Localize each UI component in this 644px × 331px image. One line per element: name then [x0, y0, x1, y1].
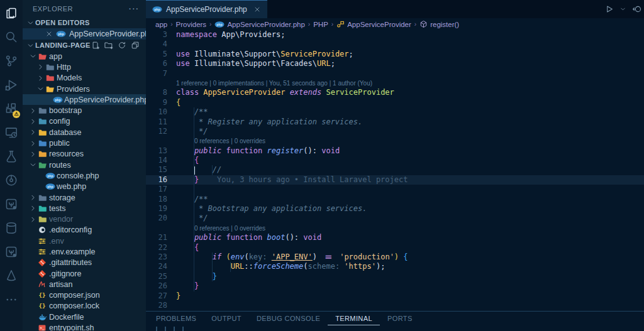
codelens-text[interactable]: 1 reference | 0 implementations | You, 5… — [176, 79, 372, 88]
breadcrumb-item-appserviceprovider[interactable]: AppServiceProvider — [336, 20, 411, 28]
tree-item-appserviceprovider-php[interactable]: phpAppServiceProvider.php — [23, 94, 146, 105]
tree-item--gitignore[interactable]: .gitignore — [23, 268, 146, 279]
line-number: 22 — [146, 243, 167, 252]
codelens-row[interactable]: 0 references | 0 overrides — [146, 224, 644, 233]
activitybar-item-source-control[interactable] — [0, 49, 23, 73]
tree-item-providers[interactable]: Providers — [23, 84, 146, 94]
activitybar-item-testing[interactable] — [0, 144, 23, 168]
tree-item--env-example[interactable]: .env.example — [23, 246, 146, 257]
panel-tab-problems[interactable]: PROBLEMS — [148, 312, 204, 325]
collapse-folders-icon[interactable] — [131, 41, 140, 50]
panel-tab-terminal[interactable]: TERMINAL — [328, 312, 380, 325]
activitybar-item-prisma[interactable] — [0, 264, 23, 288]
indent-guide — [176, 281, 194, 291]
indent-guide — [176, 117, 194, 127]
tree-item--env[interactable]: .env — [23, 236, 146, 246]
tree-item-public[interactable]: public — [23, 138, 146, 148]
breadcrumb-item-php[interactable]: PHP — [313, 21, 328, 28]
activitybar-item-database-explorer[interactable] — [0, 216, 23, 240]
tree-item-database[interactable]: database — [23, 127, 146, 138]
open-changes-icon[interactable] — [632, 4, 641, 14]
workspace-section-header[interactable]: LANDING-PAGE — [23, 40, 146, 51]
breadcrumb-label: AppServiceProvider — [347, 21, 411, 28]
line-number: 9 — [146, 98, 167, 107]
line-number: 15 — [146, 165, 167, 175]
editor-tab-appserviceprovider[interactable]: php AppServiceProvider.php — [146, 0, 267, 18]
tree-item--gitattributes[interactable]: .gitattributes — [23, 258, 146, 268]
activitybar-item-search[interactable] — [0, 25, 23, 49]
tree-item-resources[interactable]: resources — [23, 149, 146, 160]
tree-item-http[interactable]: Http — [23, 62, 146, 72]
indent-guide — [176, 195, 194, 204]
tree-item-config[interactable]: config — [23, 116, 146, 127]
breadcrumb-item-register-[interactable]: register() — [419, 20, 459, 28]
indent-guide — [176, 156, 194, 165]
activitybar-item-remote-explorer[interactable] — [0, 121, 23, 144]
codelens-text[interactable]: 0 references | 0 overrides — [194, 224, 265, 233]
code-token: /** — [194, 107, 208, 117]
tree-item-console-php[interactable]: phpconsole.php — [23, 170, 146, 181]
tree-item-composer-json[interactable]: {}composer.json — [23, 290, 146, 301]
breadcrumb-item-providers[interactable]: Providers — [176, 21, 207, 28]
run-dropdown-icon[interactable] — [619, 6, 626, 13]
new-folder-icon[interactable] — [104, 41, 113, 50]
tree-item-vendor[interactable]: vendor — [23, 214, 146, 224]
line-number: 16 — [146, 175, 167, 185]
open-editor-entry[interactable]: php AppServiceProvider.php app... — [23, 28, 146, 40]
open-editors-label: OPEN EDITORS — [35, 19, 90, 26]
close-icon[interactable] — [253, 6, 261, 13]
tree-item-app[interactable]: app — [23, 51, 146, 62]
tree-item-label: Http — [57, 63, 71, 72]
activitybar-item-extensions[interactable]: ⚠ — [0, 97, 23, 121]
editorconfig-icon — [38, 225, 49, 234]
activitybar-item-gitlens[interactable] — [0, 168, 23, 192]
sidebar-title-label: EXPLORER — [33, 5, 73, 13]
code-editor[interactable]: 3namespace App\Providers;45use Illuminat… — [146, 30, 644, 311]
code-token: namespace — [176, 30, 217, 40]
code-token: ServiceProvider — [326, 88, 394, 97]
code-line-19: 19 * Bootstrap any application services. — [146, 204, 644, 214]
close-icon[interactable] — [45, 30, 53, 38]
tree-item-tests[interactable]: tests — [23, 203, 146, 214]
tree-item-entrypoint-sh[interactable]: >_entrypoint.sh — [23, 322, 146, 331]
tree-item-label: routes — [49, 161, 71, 170]
activitybar-item-explorer[interactable] — [0, 1, 23, 25]
panel-tab-debug-console[interactable]: DEBUG CONSOLE — [249, 312, 328, 325]
panel-tab-ports[interactable]: PORTS — [380, 312, 420, 325]
line-number: 10 — [146, 107, 167, 117]
tree-item-bootstrap[interactable]: bootstrap — [23, 105, 146, 116]
tree-item-dockerfile[interactable]: Dockerfile — [23, 312, 146, 322]
method-sym-icon — [419, 20, 428, 28]
codelens-row[interactable]: 1 reference | 0 implementations | You, 5… — [146, 79, 644, 88]
explorer-more-actions-icon[interactable]: ··· — [129, 5, 140, 13]
activitybar-item-extension-box-b[interactable] — [0, 240, 23, 264]
activitybar-item-additional-views[interactable] — [0, 288, 23, 312]
run-code-icon[interactable] — [604, 4, 614, 14]
tree-item-composer-lock[interactable]: {}composer.lock — [23, 301, 146, 312]
refresh-explorer-icon[interactable] — [118, 41, 126, 50]
activitybar-item-run-and-debug[interactable] — [0, 73, 23, 97]
open-editors-section-header[interactable]: OPEN EDITORS — [23, 17, 146, 28]
code-token: ServiceProvider — [280, 50, 348, 59]
tree-item-web-php[interactable]: phpweb.php — [23, 182, 146, 192]
search-icon — [4, 30, 18, 44]
tree-item--editorconfig[interactable]: .editorconfig — [23, 225, 146, 236]
breadcrumb-item-app[interactable]: app — [155, 21, 167, 28]
breadcrumb-item-appserviceprovider-php[interactable]: phpAppServiceProvider.php — [214, 21, 304, 28]
new-file-icon[interactable] — [91, 41, 100, 50]
codelens-text[interactable]: 0 references | 0 overrides — [194, 136, 265, 146]
codelens-row[interactable]: 0 references | 0 overrides — [146, 136, 644, 146]
tree-item-routes[interactable]: routes — [23, 160, 146, 170]
line-number: 12 — [146, 127, 167, 136]
sidebar-header: EXPLORER ··· — [23, 0, 146, 17]
tree-item-storage[interactable]: storage — [23, 192, 146, 203]
tree-item-models[interactable]: Models — [23, 73, 146, 84]
tree-item-artisan[interactable]: artisan — [23, 279, 146, 290]
panel-tab-output[interactable]: OUTPUT — [204, 312, 249, 325]
artisan-icon — [38, 280, 49, 289]
shell-icon: >_ — [38, 323, 49, 331]
activitybar-item-extension-box-a[interactable] — [0, 192, 23, 216]
code-token: * Bootstrap any application services. — [194, 204, 367, 214]
gitlens-icon — [4, 173, 18, 187]
indent-guide — [176, 272, 194, 281]
